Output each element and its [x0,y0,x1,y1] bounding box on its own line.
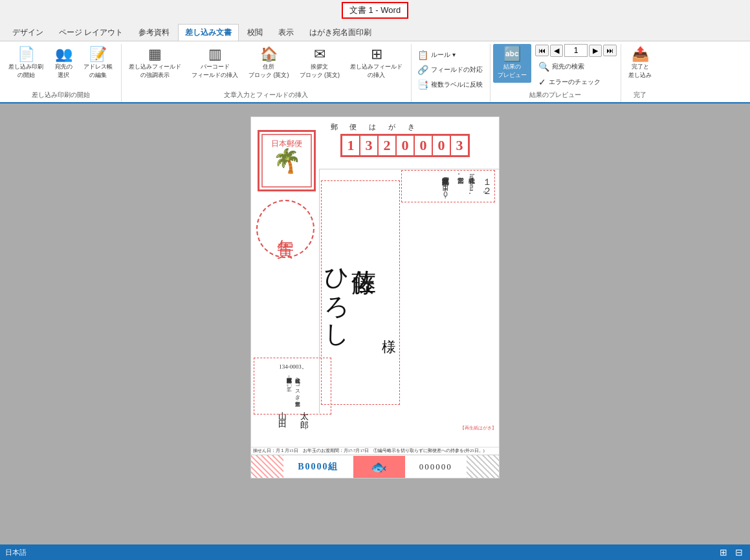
recycled-text: 【再生紙はがき】 [251,425,496,431]
insert-field-icon: ⊞ [371,47,382,61]
title-bar: 文書 1 - Word [0,0,750,21]
nenga-circle: 年賀 [256,200,314,258]
select-recipients-button[interactable]: 👥 宛先の選択 [49,44,78,83]
postal-digit-5: 0 [414,135,432,156]
highlight-fields-button[interactable]: ▦ 差し込みフィールドの強調表示 [124,44,186,83]
error-check-label: エラーのチェック [549,78,601,87]
recipients-icon: 👥 [55,47,72,61]
ribbon-nav: ⏮ ◀ ▶ ⏭ 🔍 宛先の検索 ✓ エラーのチェック [535,44,617,89]
tab-design[interactable]: デザイン [5,24,50,41]
ribbon-group-fields: ▦ 差し込みフィールドの強調表示 ▥ バーコードフィールドの挿入 🏠 住所ブロッ… [123,44,412,102]
edit-list-button[interactable]: 📝 アドレス帳の編集 [79,44,117,83]
merge-box-recipient [321,180,400,405]
ribbon-group-start-label: 差し込み印刷の開始 [4,89,117,102]
ribbon-group-fields-label: 文章入力とフィールドの挿入 [124,89,407,102]
postcard: 郵 便 は が き 1 3 2 0 0 0 3 🌴 日本郵便 [250,116,500,479]
multi-label-label: 複数ラベルに反映 [431,80,483,89]
address-block-icon: 🏠 [260,47,278,61]
tab-review[interactable]: 校閲 [240,24,270,41]
status-bar: 日本語 ⊞ ⊟ [0,544,750,560]
ribbon-tabs: デザイン ページ レイアウト 参考資料 差し込み文書 校閲 表示 はがき宛名面印… [0,21,750,41]
ribbon-group-start: 📄 差し込み印刷の開始 👥 宛先の選択 📝 アドレス帳の編集 差し込み印刷の開始 [3,44,122,102]
tab-nengaprint[interactable]: はがき宛名面印刷 [302,24,379,41]
postal-digit-3: 2 [378,135,396,156]
ribbon-group-start-buttons: 📄 差し込み印刷の開始 👥 宛先の選択 📝 アドレス帳の編集 [4,44,117,89]
nav-last-button[interactable]: ⏭ [603,45,617,56]
tab-view[interactable]: 表示 [271,24,301,41]
barcode-label: バーコードフィールドの挿入 [192,63,238,80]
field-match-label: フィールドの対応 [431,65,483,74]
lottery-left-number: B0000組 [298,461,338,473]
greeting-line-button[interactable]: ✉ 挨拶文ブロック (英文) [295,44,345,83]
insert-field-button[interactable]: ⊞ 差し込みフィールドの挿入 [346,44,407,83]
view-btn-grid[interactable]: ⊞ [718,546,729,558]
tab-pagelayout[interactable]: ページ レイアウト [52,24,130,41]
lottery-hatch-right [467,455,499,479]
merge-box-address [401,170,495,202]
ribbon-group-rules: 📋 ルール ▾ 🔗 フィールドの対応 📑 複数ラベルに反映 [413,44,491,102]
ribbon-group-rules-label [414,92,486,96]
greeting-label: 挨拶文ブロック (英文) [300,63,340,80]
multi-label-icon: 📑 [417,80,428,90]
preview-label: 結果のプレビュー [498,63,527,80]
lottery-mid-stamp: 🐟 [353,456,405,478]
nav-prev-button[interactable]: ◀ [550,45,563,57]
ribbon-group-finish-buttons: 📤 完了と差し込み [624,44,656,89]
rules-label: ルール ▾ [431,50,456,59]
nav-next-button[interactable]: ▶ [589,45,602,57]
lottery-mid-icon: 🐟 [371,459,387,475]
field-match-button[interactable]: 🔗 フィールドの対応 [414,63,486,77]
nav-row-main: ⏮ ◀ ▶ ⏭ [535,44,617,57]
find-recipient-button[interactable]: 🔍 宛先の検索 [535,59,617,74]
barcode-button[interactable]: ▥ バーコードフィールドの挿入 [187,44,243,83]
insert-field-label: 差し込みフィールドの挿入 [350,63,403,80]
stamp-decoration: 🌴 日本郵便 [261,133,313,188]
edit-list-label: アドレス帳の編集 [83,63,113,80]
lottery-hatch-left [251,455,283,479]
finish-icon: 📤 [632,47,649,61]
nenga-text: 年賀 [274,226,297,232]
preview-icon: 🔤 [503,47,521,61]
lottery-notice-text: 抽せん日：月１月15日 お年玉のお渡期間：月17-7月17日 ①編号略示を切り取… [253,448,497,454]
rules-button[interactable]: 📋 ルール ▾ [414,48,486,62]
greeting-icon: ✉ [314,47,325,61]
tab-references[interactable]: 参考資料 [131,24,177,41]
postal-digit-1: 1 [342,135,360,156]
preview-results-button[interactable]: 🔤 結果のプレビュー [493,44,531,83]
ribbon-group-preview-buttons: 🔤 結果のプレビュー ⏮ ◀ ▶ ⏭ 🔍 宛先の検索 [493,44,617,89]
document-area: 郵 便 は が き 1 3 2 0 0 0 3 🌴 日本郵便 [0,103,750,544]
svg-text:🌴: 🌴 [272,147,302,175]
multi-label-button[interactable]: 📑 複数ラベルに反映 [414,78,486,92]
ribbon-vgroup-rules: 📋 ルール ▾ 🔗 フィールドの対応 📑 複数ラベルに反映 [414,44,486,92]
tab-mailings[interactable]: 差し込み文書 [178,24,239,41]
ribbon-group-finish: 📤 完了と差し込み 完了 [623,44,660,102]
merge-box-sender [254,358,331,415]
edit-list-icon: 📝 [89,47,107,61]
nav-current-input[interactable] [564,44,588,57]
find-recipient-label: 宛先の検索 [552,62,584,71]
find-recipient-icon: 🔍 [538,61,549,72]
highlight-icon: ▦ [148,47,162,61]
ribbon-group-preview: 🔤 結果のプレビュー ⏮ ◀ ▶ ⏭ 🔍 宛先の検索 [492,44,621,102]
select-recipients-label: 宛先の選択 [55,63,72,80]
lottery-notice-bar: 抽せん日：月１月15日 お年玉のお渡期間：月17-7月17日 ①編号略示を切り取… [251,447,499,455]
postal-digit-7: 3 [450,135,469,156]
ribbon-group-fields-buttons: ▦ 差し込みフィールドの強調表示 ▥ バーコードフィールドの挿入 🏠 住所ブロッ… [124,44,407,89]
address-block-button[interactable]: 🏠 住所ブロック (英文) [244,44,294,83]
finish-label: 完了と差し込み [628,63,652,80]
lottery-right-number: 000000 [419,462,452,472]
start-mail-merge-label: 差し込み印刷の開始 [8,63,43,80]
finish-merge-button[interactable]: 📤 完了と差し込み [624,44,656,83]
svg-text:日本郵便: 日本郵便 [271,139,302,148]
view-btn-page[interactable]: ⊟ [733,546,745,558]
lottery-bar: B0000組 🐟 000000 [251,455,499,478]
start-mail-merge-button[interactable]: 📄 差し込み印刷の開始 [4,44,48,83]
barcode-icon: ▥ [208,47,222,61]
postal-code-box: 1 3 2 0 0 0 3 [340,134,470,157]
status-language: 日本語 [5,548,27,557]
error-check-button[interactable]: ✓ エラーのチェック [535,75,617,89]
address-block-label: 住所ブロック (英文) [248,63,289,80]
nav-first-button[interactable]: ⏮ [535,45,549,56]
ribbon: 📄 差し込み印刷の開始 👥 宛先の選択 📝 アドレス帳の編集 差し込み印刷の開始… [0,41,750,103]
highlight-label: 差し込みフィールドの強調表示 [129,63,181,80]
